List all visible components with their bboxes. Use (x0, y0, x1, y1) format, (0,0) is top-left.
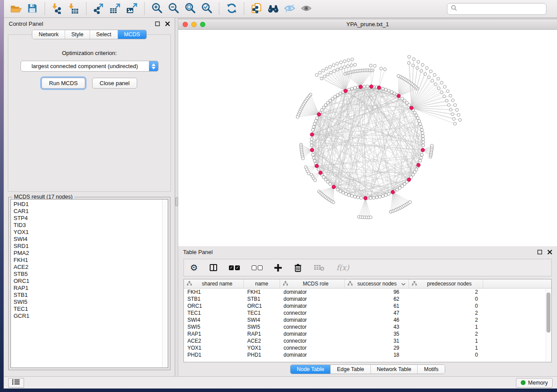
open-file-button[interactable] (7, 1, 24, 16)
table-row[interactable]: FKH1FKH1dominator962 (184, 289, 551, 296)
table-row[interactable]: TEC1TEC1connector472 (184, 309, 551, 316)
mcds-result-item[interactable]: YOX1 (14, 229, 168, 236)
close-panel-icon[interactable] (547, 248, 552, 256)
show-all-button[interactable] (298, 1, 315, 16)
table-row[interactable]: SWI4SWI4dominator462 (184, 316, 551, 323)
mcds-result-item[interactable]: SWI5 (14, 299, 168, 306)
close-panel-icon[interactable] (165, 20, 170, 28)
criterion-dropdown[interactable]: largest connected component (undirected) (21, 61, 159, 72)
mcds-result-item[interactable]: TEC1 (14, 306, 168, 313)
unselect-all-button[interactable] (252, 265, 263, 270)
cell-successor-nodes: 62 (345, 296, 409, 302)
cell-MCDS-role: dominator (280, 331, 345, 337)
refresh-view-button[interactable] (223, 1, 240, 16)
column-header-shared-name[interactable]: shared name (184, 279, 244, 288)
tab-edge-table[interactable]: Edge Table (331, 365, 370, 374)
search-input[interactable] (459, 6, 543, 12)
mcds-result-item[interactable]: FKH1 (14, 257, 168, 264)
mcds-result-item[interactable]: STP4 (14, 215, 168, 222)
delete-entry-button[interactable] (294, 263, 302, 272)
close-panel-button[interactable]: Close panel (92, 78, 137, 89)
mcds-result-item[interactable]: STB5 (14, 271, 168, 278)
import-network-icon (52, 3, 63, 15)
toolbar-separator (144, 3, 145, 15)
cell-predecessor-nodes: 0 (409, 352, 483, 358)
list-scrollbar[interactable] (162, 199, 168, 368)
cell-name: STB1 (244, 296, 280, 302)
add-entry-button[interactable] (274, 264, 282, 272)
status-bar: Memory (4, 376, 557, 389)
table-row[interactable]: PHD1PHD1dominator180 (184, 351, 551, 358)
zoom-in-button[interactable] (149, 1, 165, 16)
tab-style[interactable]: Style (65, 30, 90, 39)
tree-icon (283, 281, 288, 287)
memory-button[interactable]: Memory (516, 378, 553, 388)
zoom-in-icon (151, 2, 163, 15)
table-row[interactable]: YOX1YOX1connector291 (184, 344, 551, 351)
export-network-button[interactable] (90, 1, 107, 16)
scrollbar-thumb[interactable] (547, 292, 550, 333)
task-history-button[interactable] (8, 378, 24, 388)
tab-node-table[interactable]: Node Table (291, 365, 331, 374)
cell-MCDS-role: dominator (280, 296, 345, 302)
mcds-result-item[interactable]: ORC1 (14, 278, 168, 285)
float-panel-icon[interactable] (155, 20, 160, 28)
cell-predecessor-nodes: 0 (409, 303, 483, 309)
run-mcds-button[interactable]: Run MCDS (42, 78, 85, 89)
table-scrollbar[interactable] (546, 289, 551, 362)
save-session-button[interactable] (24, 1, 41, 16)
column-header-successor-nodes[interactable]: successor nodes (345, 279, 409, 288)
tab-mcds[interactable]: MCDS (118, 30, 146, 39)
panel-splitter[interactable] (175, 18, 178, 376)
table-row[interactable]: RAP1RAP1dominator352 (184, 330, 551, 337)
mcds-result-item[interactable]: GCR1 (14, 313, 168, 320)
select-all-button[interactable]: ✓✓ (229, 265, 240, 270)
cell-shared-name: ACE2 (184, 338, 244, 344)
mcds-result-item[interactable]: SWI4 (14, 236, 168, 243)
mcds-result-listbox[interactable]: PHD1CAR1STP4TID3YOX1SWI4SRD1PMA2FKH1ACE2… (10, 199, 168, 368)
table-row[interactable]: ACE2ACE2connector311 (184, 337, 551, 344)
network-canvas[interactable] (178, 30, 557, 246)
tab-network[interactable]: Network (32, 30, 65, 39)
tab-network-table[interactable]: Network Table (371, 365, 418, 374)
mcds-result-item[interactable]: STB1 (14, 292, 168, 299)
tab-select[interactable]: Select (90, 30, 118, 39)
tab-motifs[interactable]: Motifs (418, 365, 444, 374)
mcds-result-item[interactable]: PHD1 (14, 201, 168, 208)
splitter-handle-icon[interactable] (175, 197, 178, 206)
import-network-button[interactable] (49, 1, 66, 16)
split-panel-button[interactable] (210, 264, 217, 271)
zoom-selected-button[interactable] (198, 1, 215, 16)
search-field[interactable] (447, 3, 547, 15)
cell-MCDS-role: connector (280, 345, 345, 351)
mcds-result-item[interactable]: CAR1 (14, 208, 168, 215)
zoom-out-button[interactable] (165, 1, 182, 16)
table-row[interactable]: ORC1ORC1dominator610 (184, 303, 551, 309)
zoom-fit-button[interactable] (182, 1, 198, 16)
cell-shared-name: ORC1 (184, 303, 244, 309)
table-row[interactable]: STB1STB1dominator620 (184, 296, 551, 303)
dropdown-stepper-icon (149, 61, 158, 72)
column-header-predecessor-nodes[interactable]: predecessor nodes (409, 279, 483, 288)
export-table-button[interactable] (107, 1, 124, 16)
cell-MCDS-role: dominator (280, 317, 345, 323)
column-header-MCDS-role[interactable]: MCDS role (280, 279, 345, 288)
cell-predecessor-nodes: 2 (409, 310, 483, 316)
table-row[interactable]: SWI5SWI5connector431 (184, 323, 551, 330)
table-settings-button[interactable]: ⚙ (190, 263, 198, 272)
column-header-name[interactable]: name (244, 279, 280, 288)
hide-selected-button[interactable] (281, 1, 298, 16)
export-image-button[interactable] (124, 1, 140, 16)
duplicate-network-button[interactable] (248, 1, 265, 16)
mcds-result-item[interactable]: SRD1 (14, 243, 168, 250)
find-network-button[interactable] (265, 1, 281, 16)
network-window-titlebar[interactable]: YPA_prune.txt_1 (178, 19, 557, 30)
mcds-result-item[interactable]: ACE2 (14, 264, 168, 271)
tree-icon (348, 281, 353, 287)
mcds-result-item[interactable]: TID3 (14, 222, 168, 229)
cell-shared-name: YOX1 (184, 345, 244, 351)
import-table-button[interactable] (66, 1, 82, 16)
mcds-result-item[interactable]: PMA2 (14, 250, 168, 257)
mcds-result-item[interactable]: RAP1 (14, 285, 168, 292)
float-panel-icon[interactable] (537, 248, 542, 256)
